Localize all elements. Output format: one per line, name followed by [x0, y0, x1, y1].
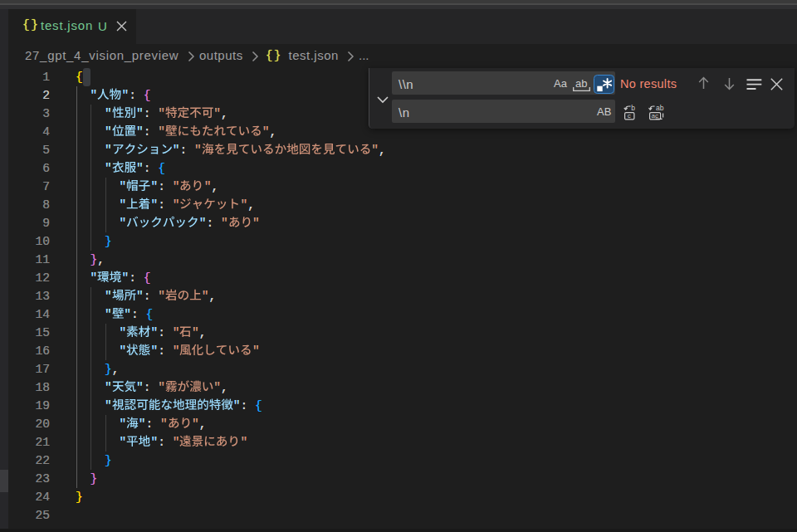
- svg-text:ab: ab: [656, 105, 664, 112]
- svg-text:c: c: [628, 112, 631, 120]
- svg-text:b: b: [631, 105, 635, 112]
- svg-text:ac: ac: [652, 112, 658, 120]
